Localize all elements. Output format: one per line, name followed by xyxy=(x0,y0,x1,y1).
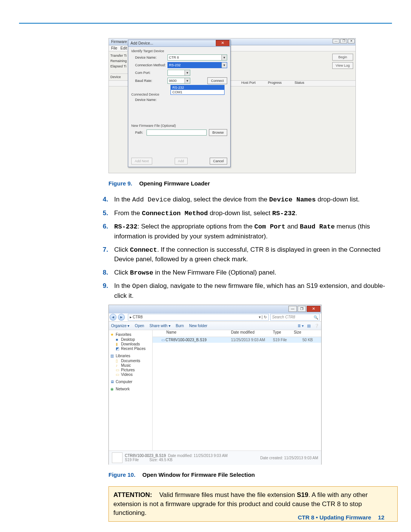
maximize-icon[interactable]: ❐ xyxy=(340,39,347,43)
videos-icon: ▭ xyxy=(116,372,119,376)
close-icon[interactable]: ✕ xyxy=(348,39,355,43)
nav-back-icon[interactable]: ◄ xyxy=(110,314,116,321)
burn-button[interactable]: Burn xyxy=(176,324,184,328)
instruction-list: 4. In the Add Device dialog, select the … xyxy=(103,195,388,301)
chevron-down-icon[interactable]: ▾ xyxy=(221,62,227,68)
baud-rate-select[interactable]: 9600 ▾ xyxy=(167,78,190,84)
page-content: Firmware — ❐ ✕ File Edit Transfer Ti Rem… xyxy=(23,38,388,522)
file-thumb-icon xyxy=(112,452,123,463)
dialog-titlebar: Add Device... ✕ xyxy=(128,40,230,47)
add-button[interactable]: Add xyxy=(175,158,188,165)
computer-icon: 🖥 xyxy=(110,380,114,383)
nav-desktop[interactable]: ■Desktop xyxy=(110,337,151,342)
folder-icon: ▮ xyxy=(116,342,119,346)
menu-edit[interactable]: Edit xyxy=(120,46,127,50)
app-title: Firmware xyxy=(111,40,127,44)
chevron-down-icon[interactable]: ▾ xyxy=(185,70,190,75)
desktop-icon: ■ xyxy=(116,337,119,341)
network-group[interactable]: ◉Network xyxy=(110,387,151,391)
minimize-icon[interactable]: — xyxy=(333,39,339,43)
connect-button[interactable]: Connect xyxy=(207,77,227,84)
nav-pictures[interactable]: ▭Pictures xyxy=(110,368,151,372)
libraries-icon: ▥ xyxy=(110,354,114,358)
begin-button[interactable]: Begin xyxy=(332,54,353,61)
chevron-down-icon[interactable]: ▾ xyxy=(185,78,190,83)
nav-videos[interactable]: ▭Videos xyxy=(110,372,151,377)
nav-forward-icon[interactable]: ► xyxy=(118,314,125,321)
details-pane: CTR8V100-0023_B.S19 Date modified: 11/25… xyxy=(109,451,321,465)
page-footer: CTR 8 • Updating Firmware12 xyxy=(298,514,384,521)
network-icon: ◉ xyxy=(110,387,114,391)
star-icon: ★ xyxy=(110,332,114,336)
recent-icon: ◩ xyxy=(116,347,119,350)
figure10-screenshot: — ❐ ✕ ◄ ► ▸ CTR8 ▾ | ↻ Search CTR8 🔍 Org… xyxy=(108,305,322,465)
step-4: 4. In the Add Device dialog, select the … xyxy=(103,195,388,205)
connection-method-select[interactable]: RS-232 ▾ xyxy=(167,62,227,68)
add-next-button[interactable]: Add Next xyxy=(131,158,152,165)
preview-pane-icon[interactable]: ▤ xyxy=(307,324,311,328)
cancel-button[interactable]: Cancel xyxy=(210,158,227,165)
figure10-caption: Figure 10. Open Window for Firmware File… xyxy=(108,471,388,478)
step-6: 6. RS-232: Select the appropriate option… xyxy=(103,222,388,241)
view-log-button[interactable]: View Log xyxy=(332,62,353,69)
step-5: 5. From the Connection Method drop-down … xyxy=(103,209,388,219)
file-list-pane: Name Date modified Type Size ▭ CTR8V100-… xyxy=(153,330,321,451)
new-folder-button[interactable]: New folder xyxy=(189,324,207,328)
com-port-select[interactable]: ▾ xyxy=(167,70,190,76)
close-icon[interactable]: ✕ xyxy=(216,40,229,46)
menu-file[interactable]: File xyxy=(111,46,117,50)
search-icon: 🔍 xyxy=(314,315,318,321)
figure9-caption: Figure 9. Opening Firmware Loader xyxy=(108,180,388,187)
firmware-path-input[interactable] xyxy=(147,129,207,136)
pictures-icon: ▭ xyxy=(116,368,119,372)
step-8: 8. Click Browse in the New Firmware File… xyxy=(103,268,388,278)
browse-button[interactable]: Browse xyxy=(209,129,227,136)
top-rule xyxy=(19,23,392,24)
search-input[interactable]: Search CTR8 🔍 xyxy=(270,314,320,321)
maximize-icon[interactable]: ❐ xyxy=(298,306,306,312)
minimize-icon[interactable]: — xyxy=(288,306,297,312)
file-icon: ▭ xyxy=(160,338,166,342)
nav-recent-places[interactable]: ◩Recent Places xyxy=(110,347,151,351)
view-icon[interactable]: ≣ ▾ xyxy=(298,324,304,328)
share-with-menu[interactable]: Share with ▾ xyxy=(150,324,170,328)
documents-icon: ▯ xyxy=(116,359,119,363)
nav-downloads[interactable]: ▮Downloads xyxy=(110,342,151,346)
connection-method-dropdown[interactable]: RS-232 COM1 xyxy=(170,85,225,95)
nav-documents[interactable]: ▯Documents xyxy=(110,359,151,363)
breadcrumb[interactable]: ▸ CTR8 ▾ | ↻ xyxy=(128,314,269,321)
chevron-down-icon[interactable]: ▾ xyxy=(221,55,227,60)
help-icon[interactable]: ❔ xyxy=(314,324,319,328)
computer-group[interactable]: 🖥Computer xyxy=(110,380,151,384)
open-dialog-titlebar: — ❐ ✕ xyxy=(109,305,321,313)
music-icon: ♪ xyxy=(116,363,119,367)
add-device-dialog: Add Device... ✕ Identify Target Device D… xyxy=(128,40,231,167)
step-7: 7. Click Connect. If the connection is s… xyxy=(103,245,388,264)
step-9: 9. In the Open dialog, navigate to the n… xyxy=(103,281,388,300)
target-device-group: Identify Target Device xyxy=(128,47,230,54)
device-name-select[interactable]: CTR 8 ▾ xyxy=(167,54,227,61)
address-bar: ◄ ► ▸ CTR8 ▾ | ↻ Search CTR8 🔍 xyxy=(109,313,321,322)
libraries-group[interactable]: ▥Libraries xyxy=(110,354,151,358)
organize-menu[interactable]: Organize ▾ xyxy=(111,324,129,328)
open-button[interactable]: Open xyxy=(135,324,144,328)
file-row[interactable]: ▭ CTR8V100-0023_B.S19 11/25/2013 9:03 AM… xyxy=(153,337,321,343)
figure9-screenshot: Firmware — ❐ ✕ File Edit Transfer Ti Rem… xyxy=(108,38,356,173)
navigation-pane: ★Favorites ■Desktop ▮Downloads ◩Recent P… xyxy=(109,330,153,451)
explorer-toolbar: Organize ▾ Open Share with ▾ Burn New fo… xyxy=(109,322,321,330)
close-icon[interactable]: ✕ xyxy=(307,306,320,312)
column-headers[interactable]: Name Date modified Type Size xyxy=(153,330,321,337)
new-firmware-group: New Firmware File (Optional) xyxy=(128,121,230,128)
nav-music[interactable]: ♪Music xyxy=(110,363,151,367)
favorites-group[interactable]: ★Favorites xyxy=(110,332,151,337)
